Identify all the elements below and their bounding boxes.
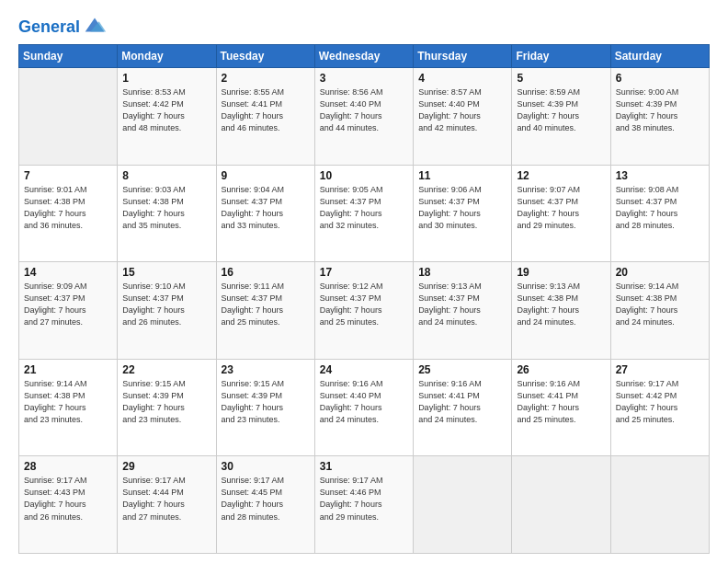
calendar-cell: 23Sunrise: 9:15 AM Sunset: 4:39 PM Dayli… xyxy=(216,359,314,456)
day-number: 11 xyxy=(418,169,506,182)
calendar-cell: 24Sunrise: 9:16 AM Sunset: 4:40 PM Dayli… xyxy=(314,359,413,456)
calendar-cell: 28Sunrise: 9:17 AM Sunset: 4:43 PM Dayli… xyxy=(19,456,118,554)
day-info: Sunrise: 9:17 AM Sunset: 4:46 PM Dayligh… xyxy=(320,475,408,523)
day-number: 3 xyxy=(320,72,408,85)
day-info: Sunrise: 9:17 AM Sunset: 4:42 PM Dayligh… xyxy=(616,378,704,426)
day-number: 26 xyxy=(517,363,605,376)
day-number: 5 xyxy=(517,72,605,85)
day-number: 2 xyxy=(222,72,310,85)
day-number: 8 xyxy=(122,169,210,182)
day-number: 10 xyxy=(320,169,408,182)
calendar-cell xyxy=(610,456,709,554)
day-number: 20 xyxy=(616,266,704,279)
day-info: Sunrise: 9:13 AM Sunset: 4:38 PM Dayligh… xyxy=(517,281,605,328)
calendar-cell: 11Sunrise: 9:06 AM Sunset: 4:37 PM Dayli… xyxy=(414,165,512,262)
calendar-cell: 20Sunrise: 9:14 AM Sunset: 4:38 PM Dayli… xyxy=(610,262,709,360)
calendar-cell: 10Sunrise: 9:05 AM Sunset: 4:37 PM Dayli… xyxy=(314,165,413,262)
logo-text: General xyxy=(18,18,80,37)
calendar-cell: 29Sunrise: 9:17 AM Sunset: 4:44 PM Dayli… xyxy=(118,456,216,554)
day-number: 6 xyxy=(616,72,704,85)
calendar-cell: 26Sunrise: 9:16 AM Sunset: 4:41 PM Dayli… xyxy=(512,359,610,456)
day-info: Sunrise: 9:16 AM Sunset: 4:41 PM Dayligh… xyxy=(418,378,506,426)
calendar-cell: 6Sunrise: 9:00 AM Sunset: 4:39 PM Daylig… xyxy=(610,68,709,166)
calendar-cell: 19Sunrise: 9:13 AM Sunset: 4:38 PM Dayli… xyxy=(512,262,610,360)
day-info: Sunrise: 9:10 AM Sunset: 4:37 PM Dayligh… xyxy=(122,281,210,328)
day-number: 31 xyxy=(320,460,408,473)
calendar-cell: 18Sunrise: 9:13 AM Sunset: 4:37 PM Dayli… xyxy=(414,262,512,360)
day-number: 17 xyxy=(320,266,408,279)
calendar-cell: 9Sunrise: 9:04 AM Sunset: 4:37 PM Daylig… xyxy=(216,165,314,262)
day-info: Sunrise: 8:59 AM Sunset: 4:39 PM Dayligh… xyxy=(517,86,605,134)
day-info: Sunrise: 9:16 AM Sunset: 4:41 PM Dayligh… xyxy=(517,378,605,426)
calendar-cell xyxy=(414,456,512,554)
day-number: 18 xyxy=(418,266,506,279)
day-number: 21 xyxy=(24,363,112,376)
calendar-cell: 4Sunrise: 8:57 AM Sunset: 4:40 PM Daylig… xyxy=(414,68,512,166)
day-number: 13 xyxy=(616,169,704,182)
calendar-cell: 3Sunrise: 8:56 AM Sunset: 4:40 PM Daylig… xyxy=(314,68,413,166)
day-number: 12 xyxy=(517,169,605,182)
col-sunday: Sunday xyxy=(19,45,118,68)
day-info: Sunrise: 9:13 AM Sunset: 4:37 PM Dayligh… xyxy=(418,281,506,328)
day-info: Sunrise: 9:08 AM Sunset: 4:37 PM Dayligh… xyxy=(616,184,704,232)
day-info: Sunrise: 9:09 AM Sunset: 4:37 PM Dayligh… xyxy=(24,281,112,328)
header: General xyxy=(18,17,710,35)
calendar-cell: 17Sunrise: 9:12 AM Sunset: 4:37 PM Dayli… xyxy=(314,262,413,360)
day-info: Sunrise: 9:15 AM Sunset: 4:39 PM Dayligh… xyxy=(222,378,310,426)
col-wednesday: Wednesday xyxy=(314,45,413,68)
calendar-cell: 31Sunrise: 9:17 AM Sunset: 4:46 PM Dayli… xyxy=(314,456,413,554)
day-info: Sunrise: 9:12 AM Sunset: 4:37 PM Dayligh… xyxy=(320,281,408,328)
day-info: Sunrise: 9:06 AM Sunset: 4:37 PM Dayligh… xyxy=(418,184,506,232)
calendar-header-row: Sunday Monday Tuesday Wednesday Thursday… xyxy=(19,45,710,68)
day-info: Sunrise: 9:14 AM Sunset: 4:38 PM Dayligh… xyxy=(24,378,112,426)
calendar-week-row: 28Sunrise: 9:17 AM Sunset: 4:43 PM Dayli… xyxy=(19,456,710,554)
calendar-cell: 27Sunrise: 9:17 AM Sunset: 4:42 PM Dayli… xyxy=(610,359,709,456)
calendar-cell: 14Sunrise: 9:09 AM Sunset: 4:37 PM Dayli… xyxy=(19,262,118,360)
day-number: 22 xyxy=(122,363,210,376)
day-info: Sunrise: 8:55 AM Sunset: 4:41 PM Dayligh… xyxy=(222,86,310,134)
col-tuesday: Tuesday xyxy=(216,45,314,68)
calendar-week-row: 21Sunrise: 9:14 AM Sunset: 4:38 PM Dayli… xyxy=(19,359,710,456)
calendar-cell: 30Sunrise: 9:17 AM Sunset: 4:45 PM Dayli… xyxy=(216,456,314,554)
day-number: 16 xyxy=(222,266,310,279)
calendar-cell: 12Sunrise: 9:07 AM Sunset: 4:37 PM Dayli… xyxy=(512,165,610,262)
col-thursday: Thursday xyxy=(414,45,512,68)
logo: General xyxy=(18,17,108,35)
calendar-cell: 7Sunrise: 9:01 AM Sunset: 4:38 PM Daylig… xyxy=(19,165,118,262)
day-info: Sunrise: 9:04 AM Sunset: 4:37 PM Dayligh… xyxy=(222,184,310,232)
day-info: Sunrise: 9:17 AM Sunset: 4:45 PM Dayligh… xyxy=(222,475,310,523)
day-info: Sunrise: 8:53 AM Sunset: 4:42 PM Dayligh… xyxy=(122,86,210,134)
day-info: Sunrise: 9:16 AM Sunset: 4:40 PM Dayligh… xyxy=(320,378,408,426)
day-info: Sunrise: 9:05 AM Sunset: 4:37 PM Dayligh… xyxy=(320,184,408,232)
day-number: 9 xyxy=(222,169,310,182)
calendar-cell xyxy=(19,68,118,166)
day-info: Sunrise: 8:57 AM Sunset: 4:40 PM Dayligh… xyxy=(418,86,506,134)
day-info: Sunrise: 9:15 AM Sunset: 4:39 PM Dayligh… xyxy=(122,378,210,426)
day-number: 25 xyxy=(418,363,506,376)
col-friday: Friday xyxy=(512,45,610,68)
day-number: 14 xyxy=(24,266,112,279)
calendar-table: Sunday Monday Tuesday Wednesday Thursday… xyxy=(18,44,710,554)
calendar-cell xyxy=(512,456,610,554)
day-number: 29 xyxy=(122,460,210,473)
col-monday: Monday xyxy=(118,45,216,68)
calendar-cell: 15Sunrise: 9:10 AM Sunset: 4:37 PM Dayli… xyxy=(118,262,216,360)
day-number: 1 xyxy=(122,72,210,85)
calendar-cell: 21Sunrise: 9:14 AM Sunset: 4:38 PM Dayli… xyxy=(19,359,118,456)
day-info: Sunrise: 9:03 AM Sunset: 4:38 PM Dayligh… xyxy=(122,184,210,232)
day-number: 19 xyxy=(517,266,605,279)
day-info: Sunrise: 9:17 AM Sunset: 4:43 PM Dayligh… xyxy=(24,475,112,523)
calendar-week-row: 1Sunrise: 8:53 AM Sunset: 4:42 PM Daylig… xyxy=(19,68,710,166)
day-info: Sunrise: 9:14 AM Sunset: 4:38 PM Dayligh… xyxy=(616,281,704,328)
calendar-cell: 16Sunrise: 9:11 AM Sunset: 4:37 PM Dayli… xyxy=(216,262,314,360)
calendar-cell: 1Sunrise: 8:53 AM Sunset: 4:42 PM Daylig… xyxy=(118,68,216,166)
calendar-cell: 25Sunrise: 9:16 AM Sunset: 4:41 PM Dayli… xyxy=(414,359,512,456)
calendar-week-row: 14Sunrise: 9:09 AM Sunset: 4:37 PM Dayli… xyxy=(19,262,710,360)
day-number: 28 xyxy=(24,460,112,473)
day-info: Sunrise: 9:17 AM Sunset: 4:44 PM Dayligh… xyxy=(122,475,210,523)
day-info: Sunrise: 9:00 AM Sunset: 4:39 PM Dayligh… xyxy=(616,86,704,134)
day-info: Sunrise: 9:11 AM Sunset: 4:37 PM Dayligh… xyxy=(222,281,310,328)
day-info: Sunrise: 9:07 AM Sunset: 4:37 PM Dayligh… xyxy=(517,184,605,232)
day-number: 23 xyxy=(222,363,310,376)
calendar-cell: 22Sunrise: 9:15 AM Sunset: 4:39 PM Dayli… xyxy=(118,359,216,456)
